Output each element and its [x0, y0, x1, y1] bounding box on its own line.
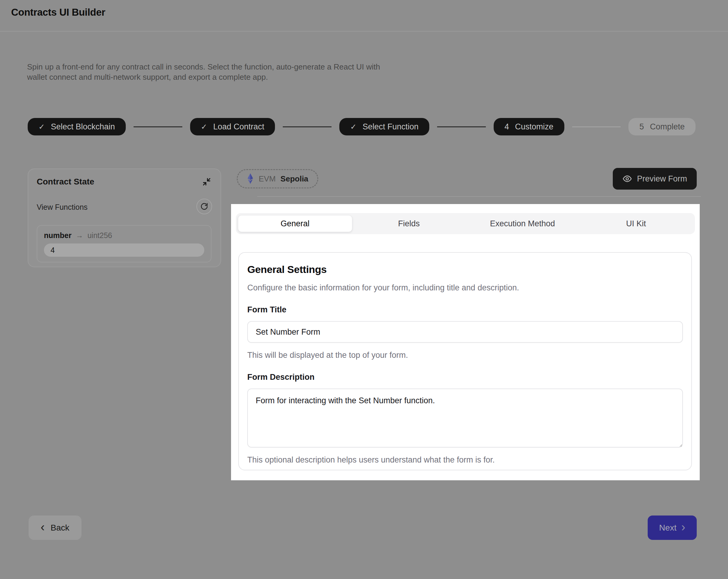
step-number: 5: [639, 122, 644, 131]
form-title-label: Form Title: [247, 305, 683, 314]
chevron-left-icon: ‹: [41, 521, 45, 533]
step-customize[interactable]: 4 Customize: [494, 118, 564, 135]
collapse-icon[interactable]: [202, 177, 211, 186]
step-label: Select Blockchain: [51, 122, 115, 131]
preview-form-label: Preview Form: [637, 174, 687, 183]
function-card[interactable]: number → uint256 4: [37, 225, 211, 262]
refresh-icon: [200, 203, 208, 210]
tab-execution-method[interactable]: Execution Method: [466, 215, 579, 232]
ethereum-icon: [247, 173, 254, 184]
tab-ui-kit[interactable]: UI Kit: [579, 215, 693, 232]
step-load-contract[interactable]: ✓ Load Contract: [190, 118, 275, 135]
step-label: Load Contract: [213, 122, 264, 131]
chevron-right-icon: ›: [681, 521, 685, 533]
step-complete[interactable]: 5 Complete: [628, 118, 696, 135]
eye-icon: [622, 174, 632, 183]
contract-state-title: Contract State: [37, 177, 94, 186]
next-button-label: Next: [659, 523, 677, 533]
step-connector: [572, 126, 621, 127]
check-icon: ✓: [38, 123, 45, 131]
app-header: Contracts UI Builder: [0, 0, 728, 32]
network-name: Sepolia: [280, 174, 308, 183]
refresh-button[interactable]: [197, 199, 212, 214]
screen: Contracts UI Builder Spin up a front-end…: [0, 0, 728, 579]
function-result-value: 4: [44, 244, 204, 257]
arrow-right-icon: →: [76, 231, 83, 240]
general-settings-description: Configure the basic information for your…: [247, 283, 683, 293]
form-description-label: Form Description: [247, 373, 683, 382]
ecosystem-label: EVM: [259, 174, 276, 183]
intro-text: Spin up a front-end for any contract cal…: [27, 62, 381, 82]
function-return-type: uint256: [87, 231, 112, 240]
network-badge[interactable]: EVM Sepolia: [237, 169, 318, 188]
stepper: ✓ Select Blockchain ✓ Load Contract ✓ Se…: [28, 118, 696, 135]
preview-form-button[interactable]: Preview Form: [613, 168, 697, 190]
step-connector: [283, 126, 332, 127]
dimmed-card-top-border: [257, 196, 701, 197]
form-description-textarea[interactable]: [247, 388, 683, 448]
tab-general[interactable]: General: [238, 215, 352, 232]
customize-tabbar: General Fields Execution Method UI Kit: [236, 213, 695, 234]
step-label: Customize: [515, 122, 553, 131]
general-settings-heading: General Settings: [247, 263, 683, 275]
tab-fields[interactable]: Fields: [352, 215, 466, 232]
contract-state-panel: Contract State View Functions number → u…: [28, 169, 221, 267]
view-functions-label: View Functions: [37, 203, 87, 211]
form-title-help: This will be displayed at the top of you…: [247, 351, 683, 360]
step-select-function[interactable]: ✓ Select Function: [339, 118, 429, 135]
customize-spotlight-panel: General Fields Execution Method UI Kit G…: [231, 204, 700, 480]
form-title-input[interactable]: [247, 321, 683, 343]
step-label: Complete: [650, 122, 685, 131]
page-title: Contracts UI Builder: [11, 7, 105, 18]
step-label: Select Function: [363, 122, 418, 131]
general-settings-card: General Settings Configure the basic inf…: [238, 252, 692, 470]
check-icon: ✓: [201, 123, 207, 131]
next-button[interactable]: Next ›: [648, 515, 697, 540]
form-description-help: This optional description helps users un…: [247, 455, 683, 464]
check-icon: ✓: [350, 123, 357, 131]
step-select-blockchain[interactable]: ✓ Select Blockchain: [28, 118, 126, 135]
step-connector: [437, 126, 486, 127]
back-button[interactable]: ‹ Back: [29, 515, 81, 540]
step-connector: [134, 126, 182, 127]
back-button-label: Back: [51, 523, 69, 533]
function-name: number: [44, 231, 72, 240]
step-number: 4: [504, 122, 509, 131]
